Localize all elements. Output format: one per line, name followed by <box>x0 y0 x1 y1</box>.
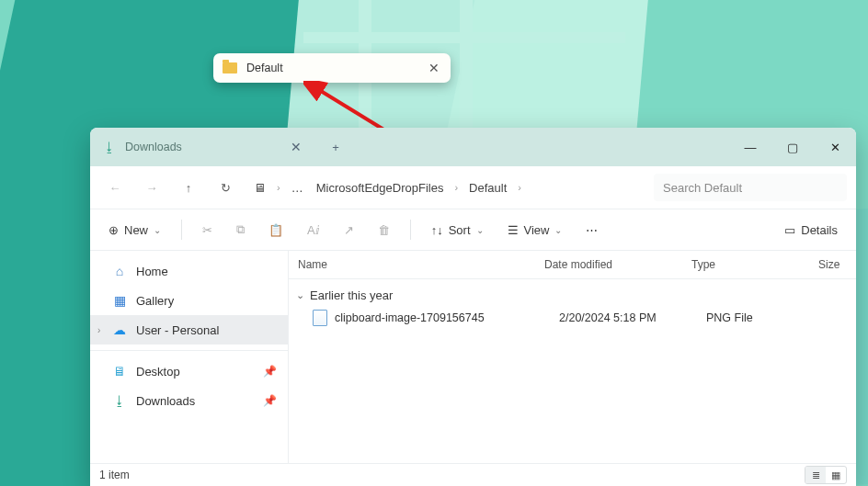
pin-icon[interactable]: 📌 <box>263 365 277 378</box>
sidebar-item-home[interactable]: ⌂ Home <box>90 256 288 286</box>
file-size: 160 KB <box>824 311 856 324</box>
forward-button[interactable]: → <box>136 173 167 202</box>
new-button[interactable]: ⊕ New ⌄ <box>101 216 168 243</box>
up-button[interactable]: ↑ <box>173 173 204 202</box>
back-button[interactable]: ← <box>99 173 131 202</box>
download-icon: ⭳ <box>103 140 116 154</box>
sidebar-item-downloads[interactable]: ⭳ Downloads 📌 <box>90 386 288 415</box>
chevron-right-icon: › <box>518 182 521 193</box>
search-placeholder: Search Default <box>663 181 742 195</box>
sidebar-item-gallery[interactable]: ▦ Gallery <box>90 286 288 315</box>
view-button[interactable]: ☰ View ⌄ <box>500 216 570 243</box>
col-name[interactable]: Name <box>289 258 535 271</box>
maximize-button[interactable]: ▢ <box>771 128 814 166</box>
view-mode-toggle[interactable]: ≣ ▦ <box>805 466 847 484</box>
breadcrumb[interactable]: 🖥 › … MicrosoftEdgeDropFiles › Default › <box>246 173 648 202</box>
tab-downloads[interactable]: ⭳ Downloads ✕ <box>90 128 316 166</box>
chevron-down-icon: ⌄ <box>554 225 562 235</box>
paste-button[interactable]: 📋 <box>261 216 291 243</box>
file-date: 2/20/2024 5:18 PM <box>550 311 697 324</box>
sidebar-item-user-personal[interactable]: › ☁ User - Personal <box>90 315 288 345</box>
file-icon <box>313 310 327 326</box>
more-icon: ⋯ <box>586 223 598 237</box>
status-text: 1 item <box>99 469 130 481</box>
refresh-button[interactable]: ↻ <box>210 173 241 202</box>
detached-tab-label: Default <box>246 62 283 74</box>
address-bar: ← → ↑ ↻ 🖥 › … MicrosoftEdgeDropFiles › D… <box>90 166 856 209</box>
chevron-right-icon[interactable]: › <box>97 325 100 335</box>
chevron-down-icon: ⌄ <box>154 225 161 235</box>
file-explorer-window: ⭳ Downloads ✕ + — ▢ ✕ ← → ↑ ↻ 🖥 › … Micr… <box>90 128 856 486</box>
new-tab-button[interactable]: + <box>316 128 355 166</box>
chevron-down-icon: ⌄ <box>296 289 304 301</box>
sort-icon: ↑↓ <box>431 223 443 237</box>
col-size[interactable]: Size <box>809 258 856 271</box>
command-bar: ⊕ New ⌄ ✂ ⧉ 📋 Aⅈ ↗ 🗑 ↑↓ Sort ⌄ ☰ View ⌄ … <box>90 209 856 251</box>
chevron-right-icon: › <box>454 182 458 193</box>
onedrive-icon: ☁ <box>112 322 127 337</box>
close-tab-icon[interactable]: ✕ <box>287 136 305 158</box>
details-icon: ▭ <box>784 223 795 237</box>
navigation-pane: ⌂ Home ▦ Gallery › ☁ User - Personal 🖥 D… <box>90 251 289 463</box>
status-bar: 1 item ≣ ▦ <box>90 463 856 486</box>
file-row[interactable]: clipboard-image-1709156745 2/20/2024 5:1… <box>289 306 856 330</box>
view-icon: ☰ <box>508 223 519 237</box>
share-icon: ↗ <box>344 223 354 237</box>
col-date[interactable]: Date modified <box>535 258 682 271</box>
thumbnails-view-icon[interactable]: ▦ <box>826 467 846 483</box>
clipboard-icon: 📋 <box>268 223 283 237</box>
scissors-icon: ✂ <box>202 223 212 237</box>
search-input[interactable]: Search Default <box>654 174 847 201</box>
group-header-earlier-this-year[interactable]: ⌄ Earlier this year <box>289 285 856 306</box>
pin-icon[interactable]: 📌 <box>263 394 277 407</box>
column-headers[interactable]: Name Date modified Type Size <box>289 251 856 279</box>
rename-icon: Aⅈ <box>307 223 320 237</box>
chevron-right-icon: › <box>277 182 280 193</box>
copy-icon: ⧉ <box>236 222 245 237</box>
file-type: PNG File <box>697 311 824 324</box>
breadcrumb-seg-2[interactable]: Default <box>469 181 507 195</box>
trash-icon: 🗑 <box>378 223 390 237</box>
plus-circle-icon: ⊕ <box>108 223 119 237</box>
minimize-button[interactable]: — <box>729 128 771 166</box>
gallery-icon: ▦ <box>112 293 127 308</box>
breadcrumb-overflow[interactable]: … <box>291 181 305 195</box>
breadcrumb-seg-1[interactable]: MicrosoftEdgeDropFiles <box>316 181 444 195</box>
sidebar-item-desktop[interactable]: 🖥 Desktop 📌 <box>90 356 288 386</box>
chevron-down-icon: ⌄ <box>476 225 484 235</box>
sort-button[interactable]: ↑↓ Sort ⌄ <box>424 216 491 243</box>
monitor-icon: 🖥 <box>254 181 266 195</box>
delete-button[interactable]: 🗑 <box>371 216 397 243</box>
close-window-button[interactable]: ✕ <box>814 128 856 166</box>
cut-button[interactable]: ✂ <box>195 216 220 243</box>
window-titlebar[interactable]: ⭳ Downloads ✕ + — ▢ ✕ <box>90 128 856 166</box>
file-list-pane: Name Date modified Type Size ⌄ Earlier t… <box>289 251 856 463</box>
more-button[interactable]: ⋯ <box>578 216 605 243</box>
rename-button[interactable]: Aⅈ <box>300 216 327 243</box>
detached-tab-default[interactable]: Default ✕ <box>213 53 451 83</box>
file-name: clipboard-image-1709156745 <box>335 311 485 324</box>
copy-button[interactable]: ⧉ <box>229 216 252 243</box>
details-pane-button[interactable]: ▭ Details <box>777 216 845 243</box>
download-icon: ⭳ <box>112 393 127 408</box>
details-view-icon[interactable]: ≣ <box>805 467 826 483</box>
home-icon: ⌂ <box>112 264 127 278</box>
folder-icon <box>223 62 237 73</box>
close-icon[interactable]: ✕ <box>425 58 443 78</box>
desktop-icon: 🖥 <box>112 364 127 379</box>
plus-icon: + <box>332 141 339 154</box>
share-button[interactable]: ↗ <box>337 216 361 243</box>
col-type[interactable]: Type <box>682 258 809 271</box>
tab-label: Downloads <box>125 141 182 153</box>
